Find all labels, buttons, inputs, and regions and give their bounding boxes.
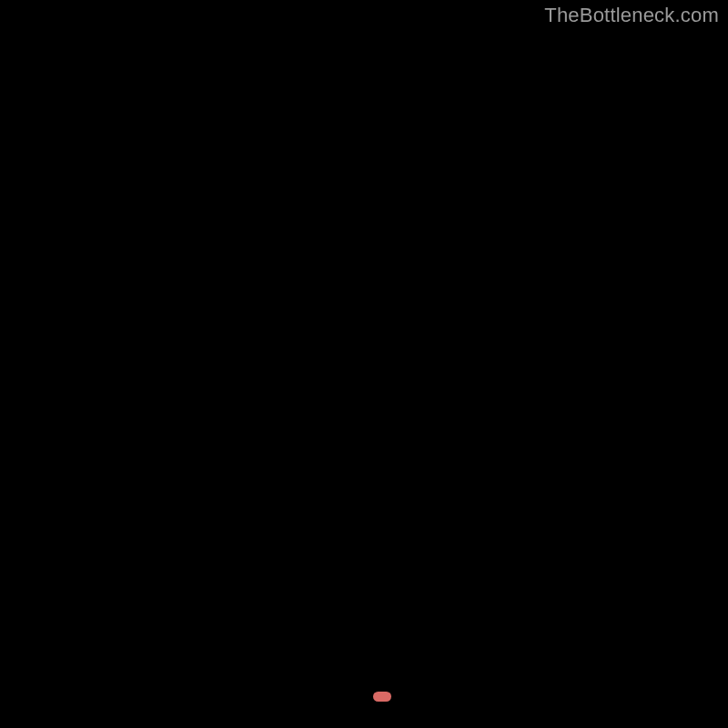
bottleneck-curve — [27, 27, 701, 701]
watermark-text: TheBottleneck.com — [544, 4, 719, 27]
chart-frame: TheBottleneck.com — [0, 0, 728, 728]
curve-path — [27, 27, 701, 702]
plot-area — [27, 27, 701, 701]
optimal-point-marker — [373, 692, 391, 702]
